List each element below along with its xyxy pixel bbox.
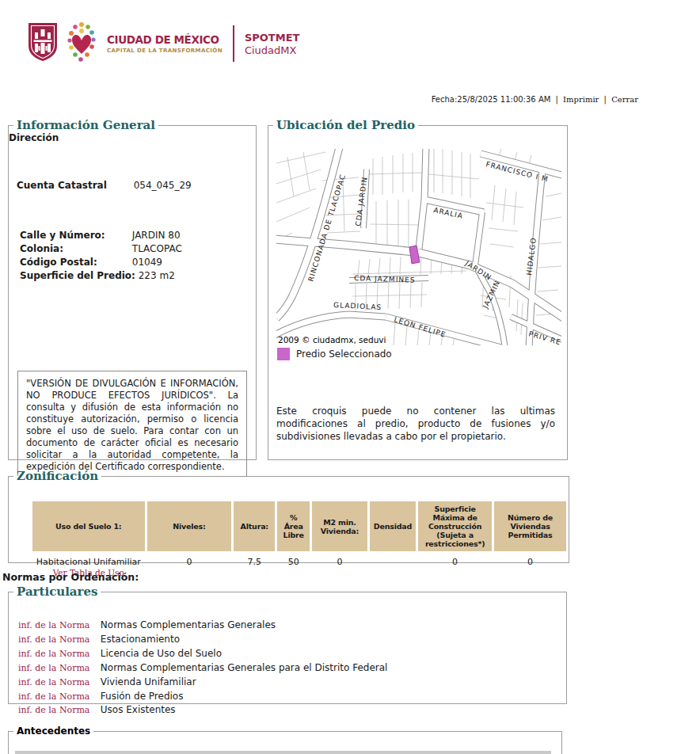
inf-de-la-norma-link[interactable]: inf. de la Norma — [18, 634, 94, 645]
zoning-header-densidad: Densidad — [370, 501, 417, 551]
page: CIUDAD DE MÉXICO CAPITAL DE LA TRANSFORM… — [0, 0, 700, 754]
norma-row: inf. de la Norma Normas Complementarias … — [18, 619, 276, 630]
norma-description: Licencia de Uso del Suelo — [101, 648, 222, 659]
field-superficie-value: 223 m2 — [139, 270, 175, 281]
general-info-title: Información General — [13, 118, 158, 132]
inf-de-la-norma-link[interactable]: inf. de la Norma — [18, 649, 94, 659]
field-calle-value: JARDIN 80 — [132, 230, 181, 241]
map-legend: Predio Seleccionado — [277, 348, 392, 360]
map-legend-label: Predio Seleccionado — [296, 348, 392, 360]
field-codigo-postal: Código Postal: 01049 — [20, 256, 182, 269]
norma-description: Vivienda Unifamiliar — [101, 676, 196, 687]
particulares-section: Particulares inf. de la Norma Normas Com… — [8, 585, 567, 704]
brand-text: CIUDAD DE MÉXICO CAPITAL DE LA TRANSFORM… — [107, 33, 223, 54]
field-colonia: Colonia: TLACOPAC — [20, 242, 182, 256]
field-calle-label: Calle y Número: — [20, 229, 129, 242]
norma-description: Fusión de Predios — [101, 691, 184, 702]
cdmx-flower-heart-logo-icon — [66, 21, 97, 67]
zoning-header-uso: Uso del Suelo 1: — [32, 501, 145, 551]
norma-description: Normas Complementarias Generales para el… — [101, 662, 388, 673]
particulares-title: Particulares — [13, 585, 101, 599]
address-fields: Calle y Número: JARDIN 80 Colonia: TLACO… — [20, 229, 182, 283]
antecedentes-section: Antecedentes No existen antecedentes de … — [8, 725, 562, 754]
brand-divider — [233, 25, 234, 62]
app-subname: CiudadMX — [245, 44, 300, 56]
antecedentes-message: No existen antecedentes de tramites rela… — [15, 751, 551, 754]
app-name: SPOTMET — [245, 32, 300, 44]
zoning-section: Zonificación Uso del Suelo 1: Niveles: A… — [8, 469, 569, 563]
map-section: Ubicación del Predio — [268, 118, 568, 460]
inf-de-la-norma-link[interactable]: inf. de la Norma — [18, 705, 94, 715]
norma-description: Usos Existentes — [101, 704, 176, 715]
zoning-header-m2-min: M2 min. Vivienda: — [312, 501, 367, 551]
norma-row: inf. de la Norma Vivienda Unifamiliar — [18, 676, 196, 687]
cuenta-catastral-label: Cuenta Catastral — [17, 180, 107, 191]
field-codigo-postal-label: Código Postal: — [20, 256, 129, 269]
cdmx-shield-logo-icon — [28, 22, 58, 65]
cuenta-catastral-row: Cuenta Catastral 054_045_29 — [17, 180, 192, 191]
field-colonia-value: TLACOPAC — [132, 243, 182, 254]
norma-row: inf. de la Norma Fusión de Predios — [18, 691, 183, 702]
norma-row: inf. de la Norma Normas Complementarias … — [18, 662, 387, 673]
separator: | — [556, 95, 558, 104]
zoning-m2-min-value: 0 — [312, 552, 367, 578]
antecedentes-title: Antecedentes — [13, 725, 93, 737]
general-info-section: Información General Cuenta Catastral 054… — [8, 118, 257, 460]
zoning-header-niveles: Niveles: — [147, 501, 232, 551]
zoning-superficie-maxima-value: 0 — [418, 552, 492, 578]
separator: | — [604, 95, 607, 104]
field-superficie-label: Superficie del Predio: — [20, 269, 135, 283]
app-name-block: SPOTMET CiudadMX — [245, 32, 300, 56]
map-section-title: Ubicación del Predio — [273, 118, 418, 132]
zoning-title: Zonificación — [13, 469, 101, 483]
zoning-area-libre-value: 50 — [277, 552, 310, 578]
zoning-niveles-value: 0 — [147, 552, 232, 578]
inf-de-la-norma-link[interactable]: inf. de la Norma — [18, 677, 94, 687]
zoning-densidad-value — [370, 552, 417, 578]
inf-de-la-norma-link[interactable]: inf. de la Norma — [18, 620, 94, 630]
brand-subtitle: CAPITAL DE LA TRANSFORMACIÓN — [107, 48, 223, 54]
norma-row: inf. de la Norma Usos Existentes — [18, 704, 176, 715]
brand-title: CIUDAD DE MÉXICO — [107, 33, 223, 46]
map-attribution: 2009 © ciudadmx, seduvi — [278, 335, 386, 345]
zoning-viviendas-value: 0 — [494, 552, 566, 578]
field-colonia-label: Colonia: — [20, 242, 129, 256]
map-note: Este croquis puede no contener las ultim… — [276, 405, 555, 443]
zoning-header-area-libre: % Área Libre — [277, 501, 310, 551]
field-codigo-postal-value: 01049 — [132, 257, 162, 268]
norma-description: Normas Complementarias Generales — [101, 619, 276, 630]
field-calle: Calle y Número: JARDIN 80 — [20, 229, 182, 242]
date-label: Fecha:25/8/2025 11:00:36 AM — [432, 95, 551, 104]
toolbar: Fecha:25/8/2025 11:00:36 AM | Imprimir |… — [432, 95, 638, 104]
norma-row: inf. de la Norma Estacionamiento — [18, 634, 180, 645]
inf-de-la-norma-link[interactable]: inf. de la Norma — [18, 691, 94, 702]
zoning-table: Uso del Suelo 1: Niveles: Altura: % Área… — [30, 501, 569, 579]
zoning-header-viviendas: Número de Viviendas Permitidas — [494, 501, 566, 551]
zoning-header-superficie-maxima: Superficie Máxima de Construcción (Sujet… — [418, 501, 492, 551]
norma-description: Estacionamiento — [101, 634, 180, 645]
print-link[interactable]: Imprimir — [563, 95, 599, 104]
normas-heading: Normas por Ordenación: — [2, 571, 139, 583]
cuenta-catastral-value: 054_045_29 — [134, 180, 192, 191]
norma-row: inf. de la Norma Licencia de Uso del Sue… — [18, 648, 222, 659]
header-logo-block: CIUDAD DE MÉXICO CAPITAL DE LA TRANSFORM… — [28, 21, 299, 67]
direccion-label: Dirección — [9, 132, 256, 143]
inf-de-la-norma-link[interactable]: inf. de la Norma — [18, 663, 94, 673]
zoning-uso-value: Habitacional Unifamiliar — [36, 557, 141, 567]
zoning-header-altura: Altura: — [234, 501, 275, 551]
zoning-altura-value: 7.5 — [234, 552, 275, 578]
parcel-map[interactable]: RINCONADA DE TLACOPAC CDA JARDIN ARALIA … — [276, 149, 561, 345]
legal-disclaimer: "VERSIÓN DE DIVULGACIÓN E INFORMACIÓN, N… — [17, 371, 247, 480]
selected-parcel-swatch — [277, 348, 290, 360]
field-superficie: Superficie del Predio: 223 m2 — [20, 269, 182, 283]
close-link[interactable]: Cerrar — [611, 95, 638, 104]
